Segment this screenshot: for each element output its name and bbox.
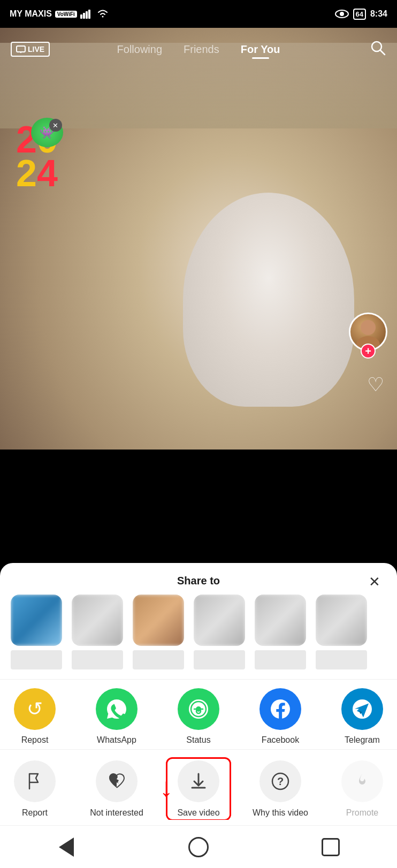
contact-avatar-2 [72,595,123,646]
contact-item[interactable] [254,595,307,669]
app-repost[interactable]: ↺ Repost [5,688,64,745]
share-sheet: Share to ✕ [0,563,397,825]
telegram-logo [350,697,374,721]
apps-row: ↺ Repost WhatsApp Status [0,684,397,747]
action-why-this-video[interactable]: ? Why this video [251,760,310,818]
svg-line-10 [380,50,385,55]
home-button[interactable] [182,831,215,863]
carrier-name: MY MAXIS [10,9,52,19]
broken-heart-icon [107,772,126,791]
contact-item[interactable] [315,595,368,669]
app-status[interactable]: Status [169,688,228,745]
report-label: Report [22,808,48,818]
sticker-close-button[interactable]: ✕ [49,119,62,132]
download-icon [189,772,208,791]
status-logo [187,697,210,721]
contact-name-2 [72,650,123,669]
action-promote[interactable]: Promote [333,760,392,818]
status-label: Status [186,735,210,745]
follow-plus-button[interactable]: + [361,344,376,359]
contact-avatar-6 [316,595,367,646]
tab-following[interactable]: Following [117,43,162,56]
contact-avatar-1 [11,595,62,646]
status-bar: MY MAXIS VoWiFi 64 8:34 [0,0,397,28]
wifi-icon [96,9,109,19]
svg-rect-0 [80,14,82,19]
svg-rect-3 [88,10,90,19]
whatsapp-icon [96,688,138,730]
why-this-video-label: Why this video [253,808,308,818]
top-nav: LIVE Following Friends For You [0,28,397,71]
svg-rect-6 [17,46,25,52]
red-arrow: ↑ [159,778,173,805]
contact-item[interactable] [10,595,63,669]
contact-item[interactable] [132,595,185,669]
facebook-icon [259,688,301,730]
svg-point-14 [196,706,201,712]
time-display: 8:34 [370,9,387,19]
repost-label: Repost [21,735,49,745]
search-button[interactable] [369,39,386,59]
action-save-video[interactable]: Save video [169,760,228,818]
recents-button[interactable] [315,831,347,863]
recents-icon [322,838,340,856]
tv-icon [16,45,26,53]
nav-tabs: Following Friends For You [117,43,280,56]
back-button[interactable] [50,831,82,863]
signal-icon [80,9,93,19]
battery-level: 64 [356,10,363,18]
svg-rect-1 [83,13,85,19]
video-area[interactable]: LIVE Following Friends For You ✕ 👾 20 24 [0,0,397,450]
contact-name-4 [194,650,245,669]
divider [0,679,397,680]
back-icon [59,837,74,857]
why-icon-circle: ? [259,760,301,802]
action-report[interactable]: Report [5,760,64,818]
status-icon [178,688,219,730]
whatsapp-label: WhatsApp [97,735,136,745]
battery-icon: 64 [353,9,366,20]
cat-silhouette [183,193,354,407]
bottom-nav [0,825,397,868]
contact-avatar-4 [194,595,245,646]
contact-item[interactable] [193,595,246,669]
search-icon [369,39,386,56]
action-not-interested[interactable]: Not interested [87,760,146,818]
svg-text:?: ? [277,775,284,787]
telegram-icon [341,688,383,730]
tab-for-you[interactable]: For You [241,43,280,56]
contact-avatar-5 [255,595,306,646]
flag-icon [25,772,44,791]
flame-icon [353,772,372,791]
contact-avatar-3 [133,595,184,646]
facebook-label: Facebook [262,735,299,745]
question-icon: ? [271,772,290,791]
repost-icon: ↺ [14,688,56,730]
status-left: MY MAXIS VoWiFi [10,9,109,19]
heart-icon[interactable]: ♡ [367,374,384,396]
save-video-icon-circle [178,760,219,802]
sticker-2024[interactable]: ✕ 👾 20 24 [16,123,58,191]
contact-name-5 [255,650,306,669]
not-interested-label: Not interested [90,808,143,818]
contact-item[interactable] [71,595,124,669]
app-whatsapp[interactable]: WhatsApp [87,688,146,745]
profile-follow-container: + [349,313,387,359]
contact-name-1 [11,650,62,669]
actions-row: Report Not interested Save video [0,754,397,820]
tab-friends[interactable]: Friends [184,43,219,56]
facebook-logo [269,697,292,721]
svg-rect-2 [86,11,88,19]
close-share-button[interactable]: ✕ [365,573,384,592]
live-button[interactable]: LIVE [11,42,50,57]
status-right: 64 8:34 [335,9,388,20]
app-telegram[interactable]: Telegram [333,688,392,745]
contact-row [0,595,397,677]
share-header: Share to ✕ [0,563,397,595]
contact-name-3 [133,650,184,669]
telegram-label: Telegram [345,735,380,745]
app-facebook[interactable]: Facebook [251,688,310,745]
live-label: LIVE [28,45,44,54]
promote-label: Promote [346,808,378,818]
eye-icon [335,9,349,19]
